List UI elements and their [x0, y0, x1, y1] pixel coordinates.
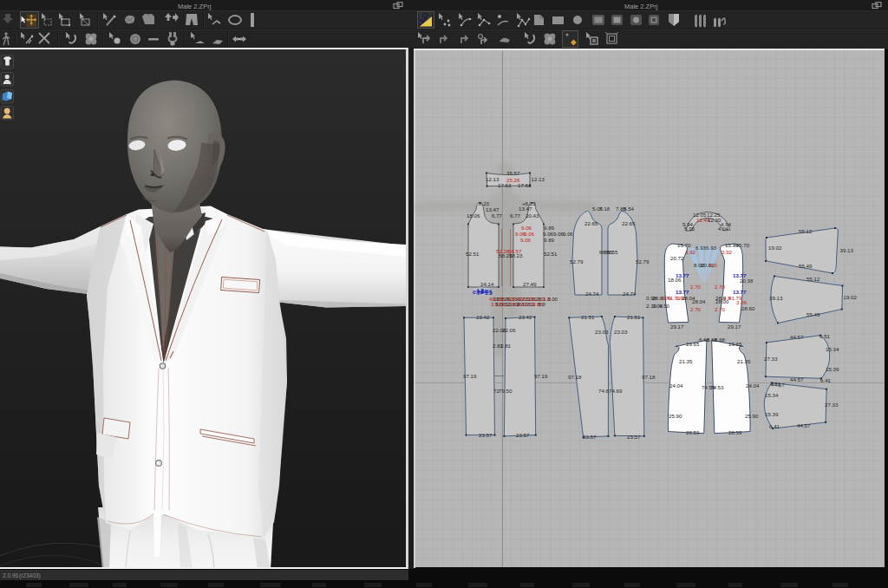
svg-text:12.13: 12.13 [532, 176, 545, 182]
svg-text:5.95: 5.95 [684, 225, 695, 232]
svg-text:25.90: 25.90 [745, 413, 759, 419]
svg-text:23.42: 23.42 [476, 314, 490, 320]
svg-text:52.51: 52.51 [544, 251, 558, 257]
svg-text:23.57: 23.57 [583, 434, 597, 440]
svg-text:44.57: 44.57 [797, 422, 811, 428]
svg-text:6.93: 6.93 [695, 245, 707, 251]
svg-text:2.81: 2.81 [500, 343, 512, 349]
svg-text:20.72: 20.72 [670, 255, 684, 261]
svg-text:55.49: 55.49 [799, 263, 813, 269]
svg-text:2.70: 2.70 [715, 306, 726, 312]
svg-text:2.70: 2.70 [690, 306, 702, 312]
svg-text:3.9: 3.9 [485, 290, 493, 296]
svg-text:3.92: 3.92 [685, 249, 696, 255]
svg-text:28.04: 28.04 [682, 295, 695, 301]
svg-text:9.06: 9.06 [520, 237, 532, 243]
svg-text:24.74: 24.74 [623, 291, 637, 297]
svg-text:4.7: 4.7 [476, 287, 484, 293]
svg-text:19.65: 19.65 [728, 341, 742, 347]
svg-text:4.04: 4.04 [718, 225, 729, 232]
svg-text:27.49: 27.49 [523, 281, 537, 287]
svg-text:44.57: 44.57 [790, 376, 804, 382]
svg-text:6.68: 6.68 [715, 336, 726, 343]
svg-text:6.41: 6.41 [769, 423, 780, 429]
svg-text:3.92: 3.92 [722, 249, 733, 255]
svg-text:9.89: 9.89 [544, 237, 555, 243]
svg-text:4.50: 4.50 [659, 303, 670, 309]
svg-text:3.06: 3.06 [736, 299, 748, 305]
svg-text:22.65: 22.65 [622, 220, 636, 226]
svg-text:23.57: 23.57 [479, 432, 493, 438]
svg-text:21.35: 21.35 [737, 358, 751, 364]
svg-text:29.17: 29.17 [670, 323, 684, 330]
svg-text:86.55: 86.55 [604, 249, 618, 255]
svg-text:17.63: 17.63 [518, 182, 532, 188]
svg-text:19.02: 19.02 [768, 245, 782, 251]
svg-text:97.19: 97.19 [534, 373, 548, 379]
svg-text:12.30: 12.30 [708, 217, 722, 223]
svg-text:2.70: 2.70 [715, 284, 726, 290]
svg-text:39.13: 39.13 [840, 247, 854, 253]
svg-text:20.43: 20.43 [526, 212, 539, 219]
svg-text:27.33: 27.33 [825, 402, 839, 408]
svg-text:15.39: 15.39 [826, 366, 839, 372]
svg-text:74.6: 74.6 [598, 388, 610, 394]
svg-text:18.06: 18.06 [467, 212, 480, 219]
svg-text:13.77: 13.77 [676, 272, 689, 278]
svg-text:55.12: 55.12 [806, 276, 820, 282]
svg-text:21.35: 21.35 [679, 358, 693, 364]
svg-text:13.47: 13.47 [519, 206, 532, 212]
svg-text:23.42: 23.42 [519, 314, 532, 320]
svg-text:22.65: 22.65 [584, 220, 598, 226]
svg-text:97.18: 97.18 [642, 374, 656, 380]
svg-text:23.57: 23.57 [516, 432, 530, 438]
svg-text:79.50: 79.50 [499, 388, 513, 394]
svg-text:24.04: 24.04 [669, 382, 683, 389]
svg-text:58.23: 58.23 [509, 252, 523, 258]
svg-text:17.63: 17.63 [498, 182, 512, 188]
svg-text:21.51: 21.51 [581, 314, 595, 320]
svg-text:44.57: 44.57 [790, 334, 804, 340]
svg-text:13.77: 13.77 [733, 289, 747, 295]
svg-text:6.77: 6.77 [492, 212, 503, 219]
svg-text:28.60: 28.60 [741, 305, 755, 311]
svg-text:15.34: 15.34 [826, 346, 839, 352]
svg-text:28.59: 28.59 [686, 429, 700, 435]
svg-text:6.51: 6.51 [770, 381, 781, 387]
svg-text:19.02: 19.02 [844, 294, 858, 300]
svg-text:23.03: 23.03 [614, 329, 628, 335]
svg-text:22.06: 22.06 [502, 327, 516, 333]
svg-text:25.90: 25.90 [669, 413, 682, 419]
svg-text:15.39: 15.39 [765, 411, 779, 417]
svg-text:21.51: 21.51 [627, 314, 641, 320]
svg-text:7.18: 7.18 [599, 206, 610, 212]
svg-text:52.79: 52.79 [570, 258, 584, 265]
svg-text:52.51: 52.51 [466, 251, 480, 257]
svg-text:24.04: 24.04 [746, 382, 760, 389]
svg-text:52.79: 52.79 [636, 258, 650, 265]
svg-text:15.70: 15.70 [677, 242, 691, 248]
svg-text:6.0: 6.0 [709, 262, 717, 268]
svg-text:8.54: 8.54 [624, 206, 635, 212]
svg-text:28.59: 28.59 [728, 429, 742, 435]
svg-text:9.89: 9.89 [544, 225, 555, 231]
svg-text:9.06: 9.06 [563, 231, 574, 237]
svg-text:23.03: 23.03 [595, 329, 609, 335]
svg-text:6.93: 6.93 [706, 245, 717, 251]
svg-text:20.38: 20.38 [740, 278, 754, 284]
svg-text:24.74: 24.74 [585, 291, 599, 297]
svg-text:9.06: 9.06 [521, 225, 532, 231]
svg-text:2.70: 2.70 [690, 284, 702, 290]
svg-text:8.00: 8.00 [547, 296, 558, 302]
svg-text:27.33: 27.33 [764, 356, 778, 362]
svg-text:55.12: 55.12 [799, 228, 813, 234]
svg-text:74.53: 74.53 [710, 384, 724, 390]
svg-text:97.19: 97.19 [463, 373, 477, 379]
svg-text:19.65: 19.65 [686, 341, 700, 347]
svg-text:6.77: 6.77 [510, 212, 521, 219]
svg-text:23.57: 23.57 [627, 434, 641, 440]
svg-text:24.14: 24.14 [480, 281, 494, 287]
svg-text:55.49: 55.49 [806, 311, 820, 317]
svg-text:8.8: 8.8 [538, 301, 545, 307]
svg-text:15.34: 15.34 [765, 392, 779, 398]
